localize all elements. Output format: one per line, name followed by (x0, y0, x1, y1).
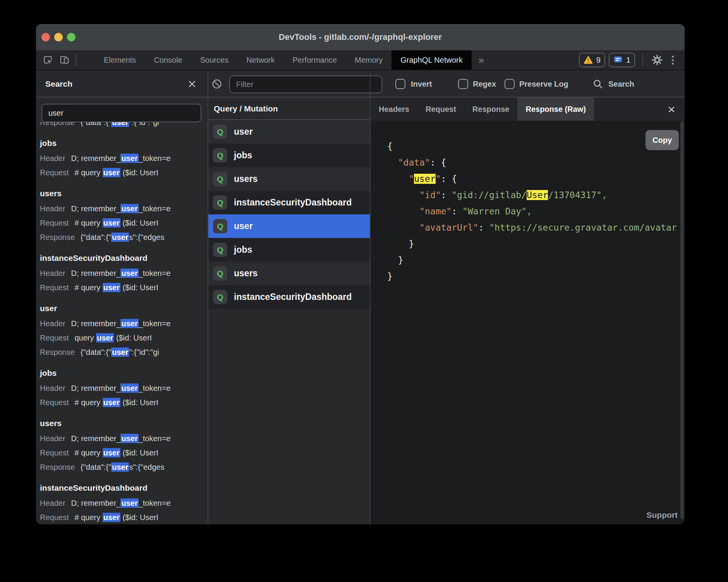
search-result-line[interactable]: Response{"data":{"users":{"edges (40, 230, 205, 245)
toolbar-tab-elements[interactable]: Elements (95, 50, 145, 70)
copy-button[interactable]: Copy (646, 130, 679, 150)
search-result-line[interactable]: Request# query user ($id: UserI (40, 510, 205, 524)
toolbar-tab-console[interactable]: Console (145, 50, 191, 70)
search-result-title-user[interactable]: user (40, 300, 205, 317)
detail-tab-response[interactable]: Response (464, 98, 518, 121)
query-row-instancesecuritydashboard[interactable]: QinstanceSecurityDashboard (208, 191, 370, 214)
query-row-label: users (234, 174, 258, 184)
json-token: "https://secure.gravatar.com/avatar (489, 223, 677, 233)
search-result-title-users[interactable]: users (40, 415, 205, 431)
search-result-line[interactable]: Request# query user ($id: UserI (40, 446, 205, 460)
search-result-line[interactable]: Request# query user ($id: UserI (40, 166, 205, 180)
search-result-line[interactable]: HeaderD; remember_user_token=e (40, 317, 205, 331)
query-type-badge: Q (213, 195, 227, 210)
result-line-label: Header (40, 154, 65, 163)
search-result-line[interactable]: HeaderD; remember_user_token=e (40, 431, 205, 446)
result-text: D; remember_ (71, 154, 121, 163)
invert-checkbox[interactable] (395, 79, 405, 89)
search-result-title-instancesecuritydashboard[interactable]: instanceSecurityDashboard (40, 480, 205, 496)
result-line-label: Header (40, 269, 65, 277)
json-line: "data": { (387, 154, 680, 171)
search-button-label[interactable]: Search (608, 70, 634, 98)
device-toolbar-icon[interactable] (56, 50, 73, 70)
search-result-line[interactable]: Request# query user ($id: UserI (40, 395, 205, 410)
kebab-menu-icon[interactable] (667, 56, 678, 65)
query-row-users[interactable]: Qusers (208, 262, 370, 285)
query-list-header: Query / Mutation (208, 98, 370, 120)
json-token: } (387, 239, 414, 249)
highlighted-match: user (111, 347, 129, 357)
query-row-users[interactable]: Qusers (208, 167, 370, 191)
result-text: {"data":{" (81, 122, 111, 127)
search-result-line[interactable]: HeaderD; remember_user_token=e (40, 496, 205, 510)
search-result-line[interactable]: Response{"data":{"user":{"id":"gi (40, 345, 205, 359)
inspect-element-icon[interactable] (39, 50, 56, 70)
scrollbar[interactable] (680, 122, 684, 519)
toolbar-tab-graphql-network[interactable]: GraphQL Network (391, 50, 471, 70)
json-token: , (602, 190, 607, 200)
search-result-line[interactable]: HeaderD; remember_user_token=e (40, 202, 205, 216)
search-result-title-jobs[interactable]: jobs (40, 365, 205, 381)
more-tabs-icon[interactable]: » (472, 54, 491, 66)
preserve-log-checkbox[interactable] (505, 79, 515, 89)
filter-input[interactable] (229, 75, 382, 93)
warnings-badge[interactable]: 9 (579, 53, 605, 67)
search-result-line[interactable]: Response{"data":{"user":{"id":"gi (40, 122, 205, 130)
close-detail-icon[interactable]: × (663, 98, 680, 121)
detail-tab-response-raw[interactable]: Response (Raw) (517, 98, 594, 121)
query-row-jobs[interactable]: Qjobs (208, 238, 370, 262)
regex-checkbox[interactable] (458, 79, 468, 89)
json-line: "name": "Warren Day", (387, 203, 680, 219)
json-token: : (441, 190, 452, 200)
clear-filter-icon[interactable] (211, 79, 222, 89)
result-line-label: Request (40, 283, 69, 292)
close-search-panel-icon[interactable] (187, 79, 197, 89)
detail-tab-request[interactable]: Request (417, 98, 464, 121)
search-result-title-jobs[interactable]: jobs (40, 135, 205, 151)
query-type-badge: Q (213, 219, 227, 233)
highlighted-match: user (103, 283, 120, 292)
search-result-line[interactable]: Requestquery user ($id: UserI (40, 331, 205, 345)
json-token: : (478, 223, 489, 233)
toolbar-tab-network[interactable]: Network (237, 50, 283, 70)
highlighted-match: user (103, 398, 120, 407)
search-result-line[interactable]: Request# query user ($id: UserI (40, 281, 205, 295)
search-input[interactable] (41, 104, 201, 122)
result-text: _token=e (139, 319, 171, 328)
query-row-user[interactable]: Quser (208, 120, 370, 144)
result-text: _token=e (139, 269, 171, 277)
json-token: /13704317" (548, 190, 601, 200)
toolbar-tab-performance[interactable]: Performance (284, 50, 346, 70)
highlighted-match: user (111, 462, 129, 472)
result-text: query (75, 334, 96, 342)
search-result-line[interactable]: HeaderD; remember_user_token=e (40, 266, 205, 281)
search-result-line[interactable]: HeaderD; remember_user_token=e (40, 381, 205, 395)
toolbar-tab-sources[interactable]: Sources (191, 50, 237, 70)
result-text: s":{"edges (129, 463, 164, 471)
query-type-badge: Q (213, 243, 227, 257)
query-row-jobs[interactable]: Qjobs (208, 144, 370, 167)
messages-badge[interactable]: 1 (609, 53, 635, 67)
search-result-line[interactable]: Request# query user ($id: UserI (40, 216, 205, 230)
settings-gear-icon[interactable] (651, 53, 664, 67)
query-row-user[interactable]: Quser (208, 214, 370, 238)
search-result-title-users[interactable]: users (40, 185, 205, 202)
search-result-title-instancesecuritydashboard[interactable]: instanceSecurityDashboard (40, 250, 205, 266)
json-line: "avatarUrl": "https://secure.gravatar.co… (387, 219, 680, 236)
json-token (387, 157, 398, 168)
search-results-list: Response{"data":{"user":{"id":"gijobsHea… (36, 122, 207, 524)
search-result-line[interactable]: HeaderD; remember_user_token=e (40, 151, 205, 166)
json-line: } (387, 252, 680, 268)
window-title: DevTools - gitlab.com/-/graphql-explorer (36, 24, 685, 50)
highlighted-match: user (120, 319, 138, 328)
search-icon[interactable] (592, 79, 603, 89)
result-line-label: Header (40, 384, 65, 392)
support-link[interactable]: Support (647, 510, 678, 520)
detail-tab-headers[interactable]: Headers (371, 98, 417, 121)
search-result-line[interactable]: Response{"data":{"users":{"edges (40, 460, 205, 474)
query-row-instancesecuritydashboard[interactable]: QinstanceSecurityDashboard (208, 285, 370, 309)
query-row-label: instanceSecurityDashboard (234, 197, 352, 208)
highlighted-match: user (111, 233, 129, 242)
json-content: { "data": { "user": { "id": "gid://gitla… (387, 138, 680, 284)
toolbar-tab-memory[interactable]: Memory (346, 50, 391, 70)
